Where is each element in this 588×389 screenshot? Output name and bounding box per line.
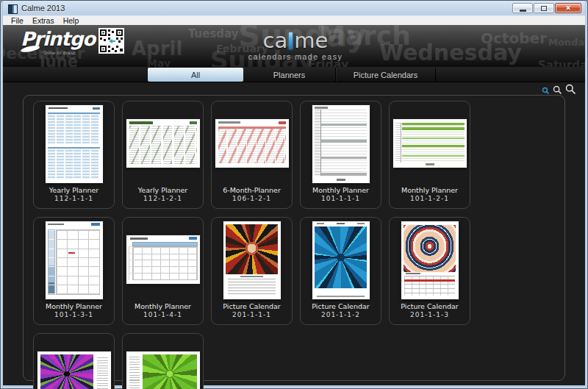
card-code: 106-1-2-1 bbox=[212, 195, 292, 203]
card-code: 201-1-1-2 bbox=[301, 311, 381, 319]
card-title: Monthly Planner bbox=[34, 302, 114, 311]
banner-background-word: May bbox=[147, 57, 171, 67]
card-code: 101-1-1-1 bbox=[301, 195, 381, 203]
banner-background-word: Tuesday bbox=[188, 27, 239, 40]
calendar-card-106-1-2-1[interactable]: 6-Month-Planner106-1-2-1 bbox=[211, 101, 293, 209]
card-labels: 6-Month-Planner106-1-2-1 bbox=[212, 186, 292, 203]
calme-wordmark-left: ca bbox=[263, 28, 288, 53]
card-code: 201-1-1-1 bbox=[212, 311, 292, 319]
title-bar[interactable]: Calme 2013 ✕ bbox=[3, 1, 585, 15]
calendar-card-201-1-1-1[interactable]: Picture Calendar201-1-1-1 bbox=[211, 217, 293, 325]
calendar-card-201-1-1-3[interactable]: Picture Calendar201-1-1-3 bbox=[389, 217, 470, 325]
card-labels: Monthly Planner101-1-1-1 bbox=[301, 186, 381, 203]
minimize-button[interactable] bbox=[512, 3, 533, 13]
card-code: 101-1-3-1 bbox=[34, 311, 114, 319]
printgo-logo: Printgo Online for Brand bbox=[21, 28, 95, 50]
calendar-card-112-1-2-1[interactable]: Yearly Planner112-1-2-1 bbox=[122, 101, 204, 209]
menu-item-help[interactable]: Help bbox=[59, 16, 84, 26]
printgo-tagline: Online for Brand bbox=[43, 51, 75, 55]
card-title: Monthly Planner bbox=[390, 186, 470, 195]
tabs: AllPlannersPicture Calendars bbox=[148, 68, 436, 82]
card-code: 101-1-4-1 bbox=[123, 311, 203, 319]
card-title: Monthly Planner bbox=[301, 186, 381, 195]
calendar-thumbnail-112-1-2-1 bbox=[126, 119, 200, 168]
zoom-toolbar bbox=[539, 84, 576, 95]
app-window: Calme 2013 ✕ FileExtrasHelp SundayTuesda… bbox=[0, 0, 588, 389]
calendar-thumbnail-106-1-2-1 bbox=[215, 119, 289, 168]
calendar-thumbnail-112-1-1-1 bbox=[46, 105, 103, 183]
calendar-card-101-1-2-1[interactable]: Monthly Planner101-1-2-1 bbox=[389, 101, 470, 209]
card-labels: Monthly Planner101-1-2-1 bbox=[390, 186, 470, 203]
calendar-thumbnail-201-1-2-1 bbox=[37, 351, 111, 389]
calme-wordmark-right: me bbox=[294, 28, 328, 53]
calendar-card-101-1-3-1[interactable]: Monthly Planner101-1-3-1 bbox=[33, 217, 115, 325]
calendar-card-112-1-1-1[interactable]: Yearly Planner112-1-1-1 bbox=[33, 101, 115, 209]
calendar-thumbnail-101-1-1-1 bbox=[312, 105, 370, 183]
calendar-thumbnail-201-1-1-3 bbox=[401, 221, 459, 299]
calendar-thumbnail-101-1-3-1 bbox=[46, 221, 103, 299]
card-title: Yearly Planner bbox=[34, 186, 114, 195]
menu-item-extras[interactable]: Extras bbox=[28, 16, 59, 26]
zoom-medium-icon[interactable] bbox=[550, 85, 562, 95]
calendar-thumbnail-201-1-4-1 bbox=[126, 351, 200, 389]
calme-tagline: calendars made easy bbox=[240, 52, 351, 61]
calendar-grid-panel: Yearly Planner112-1-1-1Yearly Planner112… bbox=[23, 95, 565, 381]
calendar-thumbnail-101-1-2-1 bbox=[393, 119, 467, 168]
calendar-card-201-1-2-1[interactable]: Picture Calendar201-1-2-1 bbox=[33, 333, 115, 389]
card-title: Picture Calendar bbox=[212, 302, 292, 311]
card-title: Picture Calendar bbox=[390, 302, 470, 311]
close-button[interactable]: ✕ bbox=[555, 3, 581, 13]
menu-bar: FileExtrasHelp bbox=[3, 15, 585, 25]
calendar-thumbnail-101-1-4-1 bbox=[126, 235, 200, 284]
card-labels: Picture Calendar201-1-1-3 bbox=[390, 302, 470, 319]
calendar-card-201-1-1-2[interactable]: Picture Calendar201-1-1-2 bbox=[300, 217, 381, 325]
card-labels: Picture Calendar201-1-1-2 bbox=[301, 302, 381, 319]
calendar-card-201-1-4-1[interactable]: Picture Calendar201-1-4-1 bbox=[122, 333, 204, 389]
calendar-card-101-1-4-1[interactable]: Monthly Planner101-1-4-1 bbox=[122, 217, 204, 325]
card-labels: Yearly Planner112-1-2-1 bbox=[123, 186, 203, 203]
calendar-thumbnail-201-1-1-2 bbox=[312, 221, 370, 299]
calme-brand: came calendars made easy bbox=[240, 29, 351, 61]
calendar-card-101-1-1-1[interactable]: Monthly Planner101-1-1-1 bbox=[300, 101, 381, 209]
card-code: 112-1-2-1 bbox=[123, 195, 203, 203]
card-title: Picture Calendar bbox=[301, 302, 381, 311]
window-controls: ✕ bbox=[512, 3, 581, 13]
card-code: 112-1-1-1 bbox=[34, 195, 114, 203]
calendar-thumbnail-201-1-1-1 bbox=[223, 221, 281, 299]
card-code: 201-1-1-3 bbox=[390, 311, 470, 319]
app-icon bbox=[8, 4, 18, 13]
header-banner: SundayTuesdayMarchOctoberMondayAprilFebr… bbox=[3, 25, 585, 67]
banner-background-word: October bbox=[481, 29, 547, 47]
banner-background-word: Wednesday bbox=[379, 40, 522, 65]
card-code: 101-1-2-1 bbox=[390, 195, 470, 203]
content-area: Yearly Planner112-1-1-1Yearly Planner112… bbox=[3, 82, 585, 385]
window-title: Calme 2013 bbox=[21, 4, 65, 13]
card-labels: Monthly Planner101-1-4-1 bbox=[123, 302, 203, 319]
maximize-button[interactable] bbox=[534, 3, 554, 13]
zoom-large-icon[interactable] bbox=[562, 84, 576, 95]
card-labels: Yearly Planner112-1-1-1 bbox=[34, 186, 114, 203]
menu-item-file[interactable]: File bbox=[7, 16, 28, 26]
card-labels: Picture Calendar201-1-1-1 bbox=[212, 302, 292, 319]
card-title: 6-Month-Planner bbox=[212, 186, 292, 195]
search-icon[interactable] bbox=[539, 87, 550, 95]
card-title: Monthly Planner bbox=[123, 302, 203, 311]
card-labels: Monthly Planner101-1-3-1 bbox=[34, 302, 114, 319]
tab-all[interactable]: All bbox=[148, 68, 243, 82]
tab-bar: AllPlannersPicture Calendars bbox=[3, 67, 585, 82]
calme-blue-bar-icon bbox=[289, 32, 293, 49]
banner-background-word: Saturday bbox=[538, 59, 585, 67]
banner-background-word: Monday bbox=[548, 37, 585, 48]
tab-picture-calendars[interactable]: Picture Calendars bbox=[336, 68, 436, 82]
banner-background-word: April bbox=[132, 38, 182, 60]
tab-planners[interactable]: Planners bbox=[243, 68, 336, 82]
card-title: Yearly Planner bbox=[123, 186, 203, 195]
qr-code-icon bbox=[98, 28, 124, 54]
